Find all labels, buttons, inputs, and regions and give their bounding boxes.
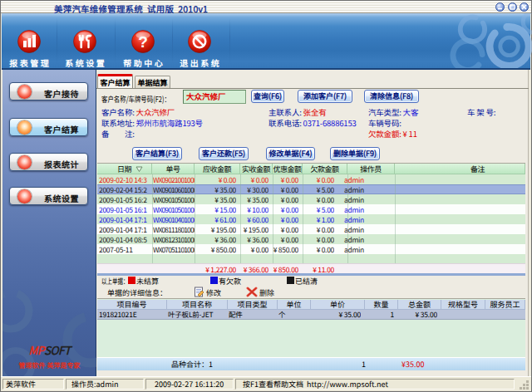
svg-text:?: ? <box>138 33 148 51</box>
